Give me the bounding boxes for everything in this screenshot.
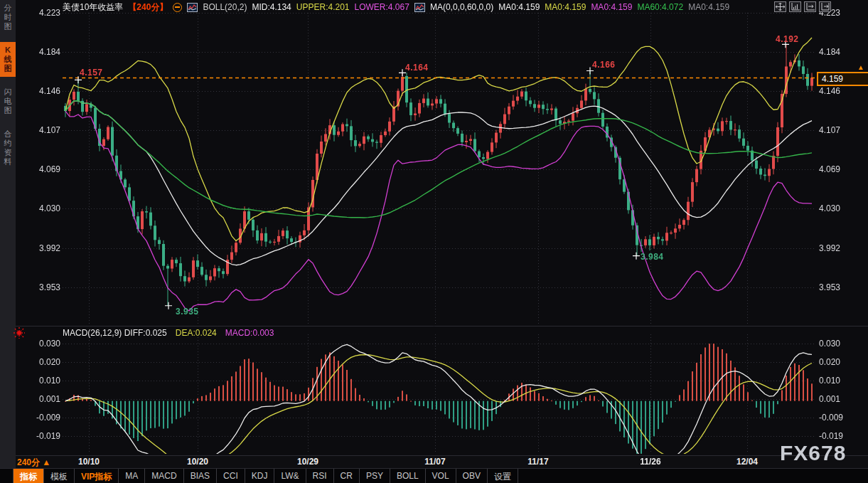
- low-price-label: 3.984: [641, 252, 664, 262]
- y-axis-label-right: 3.992: [819, 243, 840, 253]
- x-axis-scale-icon[interactable]: [804, 1, 816, 12]
- alert-flash-icon[interactable]: [12, 327, 26, 342]
- toolbar-button-设置[interactable]: 设置: [488, 469, 518, 483]
- toolbar-button-vip指标[interactable]: VIP指标: [75, 469, 119, 483]
- y-axis-label-right: 4.146: [819, 86, 840, 96]
- high-price-label: 4.157: [80, 68, 103, 78]
- sidebar-tab[interactable]: 闪电图: [0, 84, 16, 119]
- macd-macd-value: MACD:0.003: [225, 328, 274, 338]
- macd-dea-value: DEA:0.024: [176, 328, 217, 338]
- toolbar-button-rsi[interactable]: RSI: [306, 469, 334, 483]
- macd-axis-label-left: -0.009: [21, 413, 60, 423]
- macd-axis-label-right: 0.001: [819, 394, 840, 404]
- chart-canvas[interactable]: [0, 0, 868, 468]
- toolbar-button-cr[interactable]: CR: [334, 469, 360, 483]
- x-axis-date-label: 11/26: [640, 457, 660, 467]
- y-axis-label-left: 4.146: [21, 86, 60, 96]
- toolbar-button-vol[interactable]: VOL: [426, 469, 456, 483]
- low-price-label: 3.935: [176, 307, 199, 317]
- macd-diff-value: MACD(26,12,9) DIFF:0.025: [63, 328, 167, 338]
- macd-axis-label-right: 0.030: [819, 339, 840, 349]
- sidebar-tab[interactable]: K线图: [0, 42, 16, 77]
- y-axis-label-right: 3.953: [819, 282, 840, 292]
- y-axis-label-left: 4.107: [21, 125, 60, 135]
- pan-move-icon[interactable]: [774, 1, 786, 12]
- indicator-value: LOWER:4.067: [355, 2, 409, 12]
- toolbar-button-boll[interactable]: BOLL: [390, 469, 426, 483]
- toolbar-button-macd[interactable]: MACD: [145, 469, 183, 483]
- toolbar-button-lw&[interactable]: LW&: [274, 469, 306, 483]
- current-price-value: 4.159: [822, 74, 843, 84]
- minus-circle-icon[interactable]: [173, 3, 182, 12]
- y-axis-label-right: 4.107: [819, 125, 840, 135]
- indicator-value: MA(0,0,0,60,0,0): [430, 2, 493, 12]
- indicator-value: UPPER:4.201: [296, 2, 350, 12]
- toolbar-button-bias[interactable]: BIAS: [184, 469, 217, 483]
- high-price-label: 4.166: [592, 60, 616, 70]
- y-axis-label-right: 4.030: [819, 203, 840, 213]
- indicator-value: MID:4.134: [252, 2, 291, 12]
- indicator-value: MA0:4.159: [688, 2, 729, 12]
- period-label-bottom[interactable]: 240分 ▲: [17, 457, 50, 469]
- x-axis-date-label: 11/07: [424, 457, 445, 467]
- watermark-logo: FX678: [780, 441, 846, 465]
- sidebar-tab[interactable]: 分时图: [0, 0, 16, 35]
- toolbar-button-模板[interactable]: 模板: [44, 469, 75, 483]
- price-up-arrow-icon: ▲: [857, 63, 864, 71]
- macd-axis-label-left: 0.030: [21, 339, 60, 349]
- x-axis-date-label: 10/20: [187, 457, 208, 467]
- high-price-label: 4.192: [776, 34, 799, 44]
- y-axis-label-left: 4.223: [21, 8, 60, 18]
- y-axis-label-left: 3.953: [21, 282, 60, 292]
- macd-axis-label-right: -0.019: [819, 431, 843, 441]
- restore-view-icon[interactable]: [819, 1, 831, 12]
- chart-header: 美债10年收益率 【240分】 BOLL(20,2)MID:4.134UPPER…: [63, 1, 729, 13]
- toolbar-button-kdj[interactable]: KDJ: [245, 469, 275, 483]
- indicator-value: MA0:4.159: [498, 2, 540, 12]
- macd-header: MACD(26,12,9) DIFF:0.025 DEA:0.024 MACD:…: [63, 328, 274, 338]
- sidebar-tab[interactable]: 合约资料: [0, 126, 16, 170]
- indicator-value: MA0:4.159: [591, 2, 632, 12]
- y-axis-label-left: 3.992: [21, 243, 60, 253]
- y-axis-label-right: 4.184: [819, 47, 840, 57]
- y-axis-label-right: 4.069: [819, 164, 840, 174]
- toolbar-button-cci[interactable]: CCI: [217, 469, 245, 483]
- toolbar-button-ma[interactable]: MA: [119, 469, 145, 483]
- macd-axis-label-left: -0.019: [21, 431, 60, 441]
- period-badge: 【240分】: [128, 1, 168, 14]
- x-axis-date-label: 11/17: [527, 457, 548, 467]
- left-sidebar: 分时图K线图闪电图合约资料: [0, 0, 16, 468]
- indicator-value: MA0:4.159: [545, 2, 586, 12]
- macd-axis-label-right: -0.009: [819, 413, 843, 423]
- indicator-chart-icon[interactable]: [414, 3, 425, 12]
- indicator-value: MA60:4.072: [637, 2, 683, 12]
- macd-axis-label-left: 0.010: [21, 376, 60, 386]
- x-axis-date-label: 12/04: [736, 457, 758, 467]
- chart-tool-buttons: [774, 1, 831, 12]
- macd-axis-label-left: 0.020: [21, 357, 60, 367]
- indicator-chart-icon[interactable]: [187, 3, 198, 12]
- toolbar-button-指标[interactable]: 指标: [13, 469, 44, 483]
- indicator-values: BOLL(20,2)MID:4.134UPPER:4.201LOWER:4.06…: [187, 2, 729, 12]
- x-axis-date-label: 10/29: [297, 457, 318, 467]
- toolbar-button-psy[interactable]: PSY: [360, 469, 390, 483]
- y-axis-scale-icon[interactable]: [789, 1, 801, 12]
- indicator-toolbar: 指标模板VIP指标MAMACDBIASCCIKDJLW&RSICRPSYBOLL…: [0, 468, 868, 483]
- y-axis-label-left: 4.069: [21, 164, 60, 174]
- current-price-box: 4.159: [817, 72, 868, 86]
- macd-axis-label-right: 0.020: [819, 357, 840, 367]
- macd-axis-label-right: 0.010: [819, 376, 840, 386]
- instrument-title: 美债10年收益率: [63, 1, 123, 14]
- y-axis-label-left: 4.030: [21, 203, 60, 213]
- toolbar-button-obv[interactable]: OBV: [456, 469, 488, 483]
- x-axis-date-label: 10/10: [78, 457, 100, 467]
- high-price-label: 4.164: [405, 63, 429, 73]
- macd-axis-label-left: 0.001: [21, 394, 60, 404]
- indicator-value: BOLL(20,2): [203, 2, 247, 12]
- y-axis-label-left: 4.184: [21, 47, 60, 57]
